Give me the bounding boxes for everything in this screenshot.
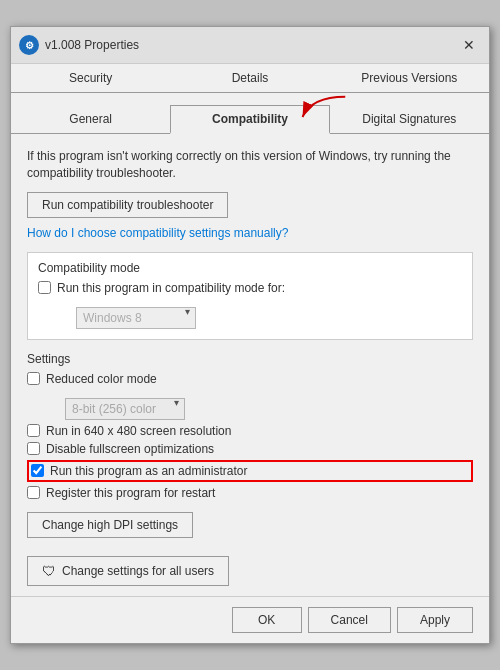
properties-window: ⚙ v1.008 Properties ✕ Security Details P… <box>10 26 490 644</box>
footer: OK Cancel Apply <box>11 596 489 643</box>
help-link[interactable]: How do I choose compatibility settings m… <box>27 226 473 240</box>
run-as-admin-highlighted-row: Run this program as an administrator <box>27 460 473 482</box>
change-all-users-section: 🛡 Change settings for all users <box>27 548 473 586</box>
compatibility-mode-group: Compatibility mode Run this program in c… <box>27 252 473 340</box>
tab-security[interactable]: Security <box>11 64 170 92</box>
tab-previous-versions[interactable]: Previous Versions <box>330 64 489 92</box>
color-depth-dropdown[interactable]: 8-bit (256) color <box>65 398 185 420</box>
tab-details[interactable]: Details <box>170 64 329 92</box>
tab-compatibility[interactable]: Compatibility <box>170 105 329 134</box>
settings-label: Settings <box>27 352 473 366</box>
register-restart-row: Register this program for restart <box>27 486 473 500</box>
640x480-label: Run in 640 x 480 screen resolution <box>46 424 231 438</box>
color-depth-dropdown-wrapper[interactable]: 8-bit (256) color <box>46 394 185 420</box>
register-restart-label: Register this program for restart <box>46 486 215 500</box>
settings-section: Settings Reduced color mode 8-bit (256) … <box>27 352 473 538</box>
disable-fullscreen-row: Disable fullscreen optimizations <box>27 442 473 456</box>
title-bar: ⚙ v1.008 Properties ✕ <box>11 27 489 64</box>
compatibility-mode-label: Compatibility mode <box>38 261 462 275</box>
cancel-button[interactable]: Cancel <box>308 607 391 633</box>
shield-icon: 🛡 <box>42 563 56 579</box>
close-button[interactable]: ✕ <box>457 33 481 57</box>
compat-os-dropdown[interactable]: Windows 8 Windows 7 Windows Vista Window… <box>76 307 196 329</box>
apply-button[interactable]: Apply <box>397 607 473 633</box>
tab-general[interactable]: General <box>11 105 170 133</box>
title-bar-left: ⚙ v1.008 Properties <box>19 35 139 55</box>
change-all-users-label: Change settings for all users <box>62 564 214 578</box>
compat-os-dropdown-wrapper[interactable]: Windows 8 Windows 7 Windows Vista Window… <box>57 303 196 329</box>
change-all-users-button[interactable]: 🛡 Change settings for all users <box>27 556 229 586</box>
tabs-row2: General Compatibility Digital Signatures <box>11 105 489 134</box>
tabs-row1: Security Details Previous Versions <box>11 64 489 93</box>
info-text: If this program isn't working correctly … <box>27 148 473 182</box>
window-title: v1.008 Properties <box>45 38 139 52</box>
640x480-checkbox[interactable] <box>27 424 40 437</box>
app-icon: ⚙ <box>19 35 39 55</box>
run-as-admin-label: Run this program as an administrator <box>50 464 247 478</box>
tabs-row2-container: General Compatibility Digital Signatures <box>11 93 489 134</box>
run-as-admin-checkbox[interactable] <box>31 464 44 477</box>
compatibility-mode-checkbox-label: Run this program in compatibility mode f… <box>57 281 285 295</box>
ok-button[interactable]: OK <box>232 607 302 633</box>
main-content: If this program isn't working correctly … <box>11 134 489 596</box>
run-troubleshooter-button[interactable]: Run compatibility troubleshooter <box>27 192 228 218</box>
reduced-color-row: Reduced color mode <box>27 372 473 386</box>
reduced-color-label: Reduced color mode <box>46 372 157 386</box>
disable-fullscreen-checkbox[interactable] <box>27 442 40 455</box>
reduced-color-checkbox[interactable] <box>27 372 40 385</box>
register-restart-checkbox[interactable] <box>27 486 40 499</box>
compatibility-mode-checkbox[interactable] <box>38 281 51 294</box>
change-high-dpi-button[interactable]: Change high DPI settings <box>27 512 193 538</box>
tab-digital-signatures[interactable]: Digital Signatures <box>330 105 489 133</box>
disable-fullscreen-label: Disable fullscreen optimizations <box>46 442 214 456</box>
640x480-row: Run in 640 x 480 screen resolution <box>27 424 473 438</box>
compatibility-mode-checkbox-row: Run this program in compatibility mode f… <box>38 281 462 295</box>
